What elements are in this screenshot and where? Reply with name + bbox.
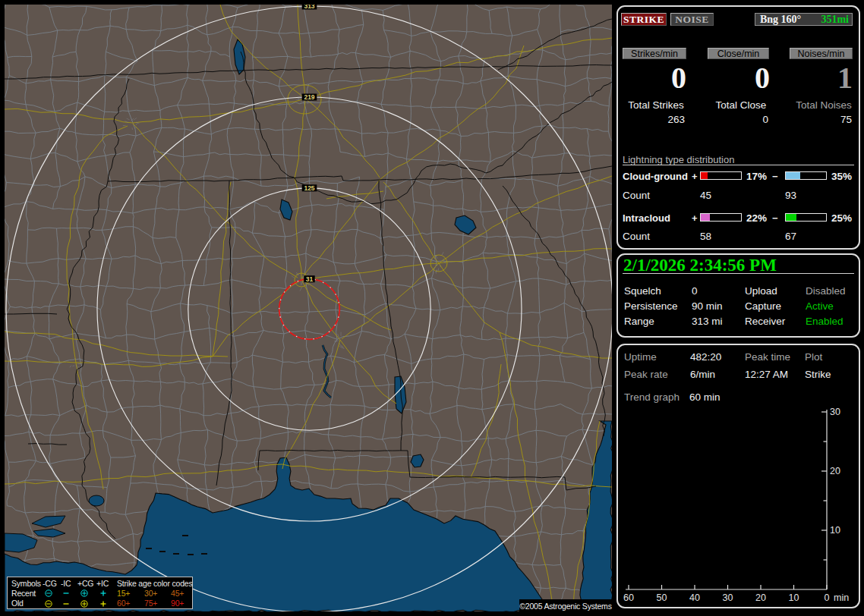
svg-text:60: 60 [623,592,634,603]
svg-text:10: 10 [789,592,799,603]
svg-text:20: 20 [755,592,766,603]
svg-text:20: 20 [830,466,840,476]
svg-text:50: 50 [657,592,667,603]
svg-text:10: 10 [830,525,840,536]
svg-text:30: 30 [723,592,733,603]
svg-text:313: 313 [304,5,314,10]
svg-text:31: 31 [306,275,314,283]
svg-text:30: 30 [830,407,840,417]
svg-text:125: 125 [304,184,314,192]
svg-text:40: 40 [689,592,700,603]
svg-text:0: 0 [825,592,830,603]
svg-text:min: min [834,592,849,603]
svg-text:219: 219 [304,93,314,101]
